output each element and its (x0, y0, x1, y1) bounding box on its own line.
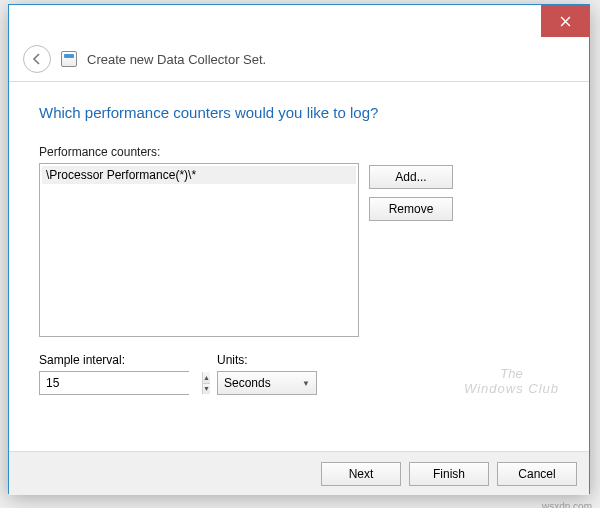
next-button[interactable]: Next (321, 462, 401, 486)
add-button[interactable]: Add... (369, 165, 453, 189)
content-panel: Which performance counters would you lik… (9, 81, 589, 451)
sample-interval-label: Sample interval: (39, 353, 189, 367)
close-icon (560, 16, 571, 27)
wizard-header: Create new Data Collector Set. (9, 37, 589, 81)
spinner-up-button[interactable]: ▲ (203, 372, 210, 384)
units-label: Units: (217, 353, 317, 367)
remove-button[interactable]: Remove (369, 197, 453, 221)
wizard-window: Create new Data Collector Set. Which per… (8, 4, 590, 494)
cancel-button[interactable]: Cancel (497, 462, 577, 486)
spinner-down-button[interactable]: ▼ (203, 384, 210, 395)
units-selected-value: Seconds (224, 376, 271, 390)
performance-counters-list[interactable]: \Processor Performance(*)\* (39, 163, 359, 337)
back-arrow-icon (30, 52, 44, 66)
titlebar (9, 5, 589, 37)
sample-interval-spinner[interactable]: ▲ ▼ (39, 371, 189, 395)
wizard-title: Create new Data Collector Set. (87, 52, 266, 67)
wizard-footer: Next Finish Cancel (9, 451, 589, 495)
wizard-icon (61, 51, 77, 67)
sample-interval-input[interactable] (40, 372, 202, 394)
back-button[interactable] (23, 45, 51, 73)
chevron-down-icon: ▼ (302, 379, 310, 388)
units-select[interactable]: Seconds ▼ (217, 371, 317, 395)
source-attribution: wsxdn.com (542, 501, 592, 508)
list-item[interactable]: \Processor Performance(*)\* (42, 166, 356, 184)
close-button[interactable] (541, 5, 589, 37)
page-prompt: Which performance counters would you lik… (39, 104, 559, 121)
finish-button[interactable]: Finish (409, 462, 489, 486)
counters-label: Performance counters: (39, 145, 359, 159)
